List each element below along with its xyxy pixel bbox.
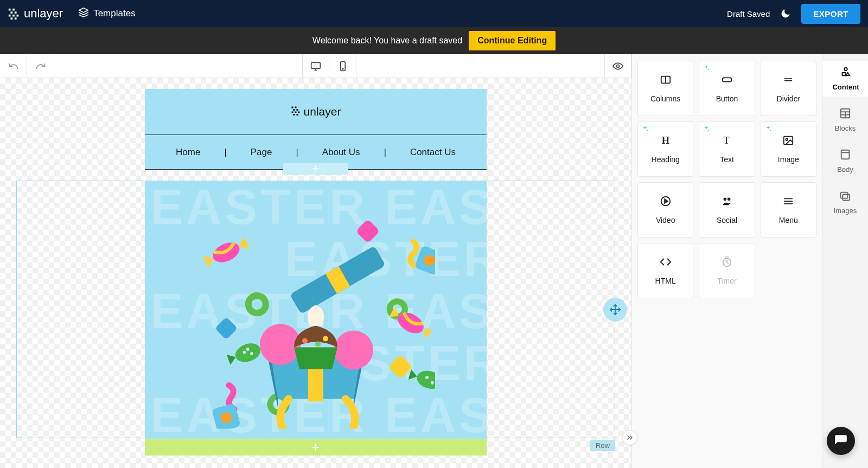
svg-rect-6 [17, 15, 19, 17]
nav-contact[interactable]: Contact Us [410, 147, 456, 158]
svg-line-73 [727, 262, 729, 264]
svg-rect-17 [295, 107, 296, 108]
tool-label: Button [716, 94, 738, 103]
row-drag-handle[interactable] [603, 298, 627, 322]
nav-page[interactable]: Page [251, 147, 272, 158]
svg-point-49 [323, 336, 328, 341]
svg-rect-31 [215, 317, 238, 339]
dark-mode-toggle[interactable] [780, 8, 792, 20]
svg-point-66 [724, 198, 727, 201]
export-button[interactable]: EXPORT [801, 4, 860, 24]
svg-rect-85 [843, 194, 850, 200]
tool-button[interactable]: Button [699, 61, 755, 116]
svg-marker-9 [79, 8, 88, 12]
redo-button[interactable] [27, 54, 54, 78]
ai-sparkle-icon [764, 125, 772, 135]
ai-sparkle-icon [703, 65, 710, 74]
templates-label: Templates [93, 8, 135, 19]
canvas-viewport[interactable]: unlayer Home | Page | About Us | Contact… [0, 78, 631, 468]
html-icon [658, 256, 673, 270]
tool-divider[interactable]: Divider [761, 61, 816, 116]
button-icon [719, 74, 735, 88]
email-nav-row[interactable]: Home | Page | About Us | Contact Us [145, 134, 487, 170]
panel-collapse-toggle[interactable] [622, 430, 637, 445]
unlayer-logo-icon [291, 105, 301, 118]
add-row-below-handle[interactable] [145, 439, 487, 456]
svg-rect-24 [296, 114, 298, 116]
body-icon [839, 149, 851, 162]
tool-heading[interactable]: HHeading [637, 121, 693, 177]
add-content-handle[interactable] [283, 163, 348, 175]
continue-editing-button[interactable]: Continue Editing [469, 31, 556, 50]
brand-logo[interactable]: unlayer [8, 7, 63, 21]
svg-point-32 [233, 340, 263, 365]
nav-separator: | [384, 148, 386, 157]
svg-point-38 [415, 368, 435, 391]
svg-rect-21 [295, 112, 296, 113]
templates-link[interactable]: Templates [78, 7, 135, 21]
undo-button[interactable] [0, 54, 27, 78]
timer-icon [719, 256, 735, 270]
easter-graphic [145, 181, 487, 439]
image-icon [781, 134, 796, 149]
unlayer-logo-icon [8, 8, 20, 20]
top-bar: unlayer Templates Draft Saved EXPORT [0, 0, 868, 27]
rail-tab-content[interactable]: Content [822, 61, 868, 97]
svg-rect-10 [311, 62, 321, 68]
tool-social[interactable]: Social [699, 182, 755, 238]
svg-rect-18 [293, 109, 295, 111]
svg-rect-7 [11, 17, 13, 20]
mobile-view-button[interactable] [329, 54, 356, 78]
tool-menu[interactable]: Menu [761, 182, 816, 238]
svg-rect-84 [841, 193, 848, 198]
content-tools-panel: ColumnsButtonDividerHHeadingTTextImageVi… [632, 54, 822, 468]
selected-row[interactable]: EASTER EASTER EASTER EASTER EASTER EASTE… [16, 181, 615, 438]
tool-label: Image [778, 155, 799, 164]
tool-text[interactable]: TText [699, 121, 755, 177]
svg-rect-76 [843, 73, 846, 76]
divider-icon [781, 74, 796, 88]
rail-tab-images[interactable]: Images [822, 184, 868, 220]
tool-label: Timer [717, 277, 736, 285]
svg-point-50 [315, 341, 321, 347]
chat-support-button[interactable] [827, 427, 855, 455]
svg-point-48 [302, 338, 308, 343]
rail-tab-body[interactable]: Body [822, 143, 868, 179]
tool-video[interactable]: Video [637, 182, 693, 238]
tool-label: Video [656, 216, 675, 225]
tool-label: Columns [650, 94, 680, 103]
hero-image-block[interactable]: EASTER EASTER EASTER EASTER EASTER EASTE… [145, 181, 487, 439]
rail-tab-blocks[interactable]: Blocks [822, 102, 868, 138]
svg-point-15 [617, 65, 620, 67]
blocks-icon [839, 107, 851, 121]
preview-button[interactable] [604, 54, 631, 78]
svg-rect-1 [12, 9, 15, 11]
tool-image[interactable]: Image [761, 121, 816, 177]
svg-point-63 [786, 138, 788, 140]
nav-about[interactable]: About Us [322, 147, 360, 158]
svg-rect-19 [296, 109, 298, 111]
heading-icon: H [658, 134, 673, 149]
nav-home[interactable]: Home [176, 147, 200, 158]
menu-icon [781, 195, 796, 209]
email-logo-row[interactable]: unlayer [145, 89, 487, 134]
sidebar-rail: ContentBlocksBodyImages [822, 54, 868, 468]
svg-rect-3 [15, 11, 17, 14]
rail-tab-label: Blocks [835, 124, 856, 132]
tool-timer: Timer [699, 243, 755, 298]
svg-rect-8 [15, 17, 17, 20]
tool-label: Divider [777, 94, 801, 103]
tool-html[interactable]: HTML [637, 243, 693, 298]
svg-text:H: H [661, 135, 669, 146]
desktop-view-button[interactable] [302, 54, 329, 78]
svg-rect-20 [291, 112, 293, 113]
canvas-area: unlayer Home | Page | About Us | Contact… [0, 54, 632, 468]
images-icon [839, 190, 851, 203]
tool-columns[interactable]: Columns [637, 61, 693, 116]
canvas-toolbar [0, 54, 631, 78]
svg-rect-57 [723, 78, 732, 81]
notice-text: Welcome back! You have a draft saved [312, 36, 462, 46]
svg-rect-28 [355, 219, 380, 243]
email-body[interactable]: unlayer Home | Page | About Us | Contact… [145, 89, 487, 170]
tool-label: Heading [652, 155, 680, 164]
